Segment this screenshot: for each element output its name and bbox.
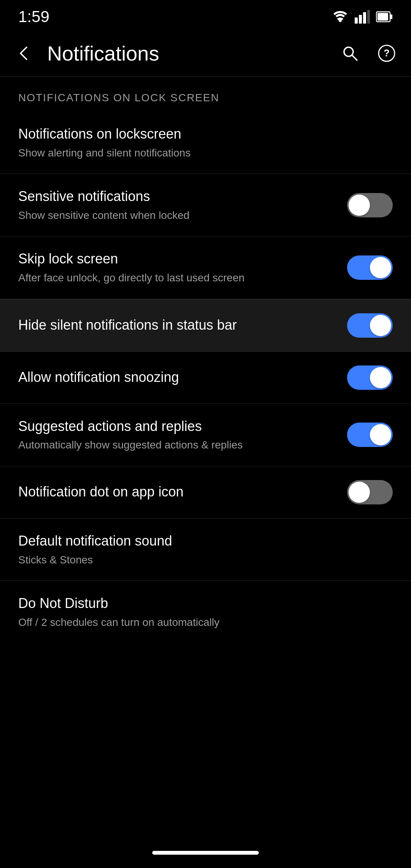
default-notification-sound-title: Default notification sound [18,532,381,550]
hide-silent-notifications-title: Hide silent notifications in status bar [18,316,335,334]
skip-lock-screen-toggle-thumb [370,257,391,278]
toolbar: Notifications ? [0,30,411,76]
skip-lock-screen-toggle[interactable] [347,255,393,280]
nav-bar [0,838,411,868]
status-bar: 1:59 [0,0,411,30]
allow-notification-snoozing-toggle-thumb [370,367,391,388]
svg-rect-1 [359,15,362,24]
lock-screen-section-header: NOTIFICATIONS ON LOCK SCREEN [0,77,411,112]
notification-dot-toggle[interactable] [347,480,393,504]
suggested-actions-control [347,423,393,447]
hide-silent-notifications-item[interactable]: Hide silent notifications in status bar [0,300,411,351]
sensitive-notifications-content: Sensitive notifications Show sensitive c… [18,188,347,222]
signal-icon [355,10,370,24]
status-time: 1:59 [18,8,49,26]
skip-lock-screen-subtitle: After face unlock, go directly to last u… [18,271,335,285]
sensitive-notifications-toggle-thumb [349,195,370,216]
sensitive-notifications-subtitle: Show sensitive content when locked [18,209,335,222]
hide-silent-notifications-toggle[interactable] [347,313,393,338]
svg-rect-0 [355,18,358,24]
suggested-actions-subtitle: Automatically show suggested actions & r… [18,438,335,452]
suggested-actions-content: Suggested actions and replies Automatica… [18,418,347,452]
notifications-on-lockscreen-subtitle: Show alerting and silent notifications [18,146,381,160]
suggested-actions-title: Suggested actions and replies [18,418,335,436]
sensitive-notifications-control [347,193,393,217]
notification-dot-toggle-thumb [349,482,370,503]
status-icons [332,10,393,24]
search-button[interactable] [336,40,364,67]
notifications-on-lockscreen-content: Notifications on lockscreen Show alertin… [18,125,393,160]
sensitive-notifications-title: Sensitive notifications [18,188,335,206]
sensitive-notifications-toggle[interactable] [347,193,393,217]
notifications-on-lockscreen-title: Notifications on lockscreen [18,125,381,143]
notifications-on-lockscreen-item[interactable]: Notifications on lockscreen Show alertin… [0,112,411,174]
battery-icon [376,10,393,24]
notification-dot-content: Notification dot on app icon [18,483,347,501]
allow-notification-snoozing-control [347,365,393,390]
svg-rect-3 [367,10,370,24]
skip-lock-screen-item[interactable]: Skip lock screen After face unlock, go d… [0,236,411,298]
suggested-actions-item[interactable]: Suggested actions and replies Automatica… [0,404,411,466]
hide-silent-notifications-control [347,313,393,338]
allow-notification-snoozing-item[interactable]: Allow notification snoozing [0,352,411,404]
suggested-actions-toggle[interactable] [347,423,393,447]
nav-indicator [152,851,259,855]
notification-dot-item[interactable]: Notification dot on app icon [0,466,411,518]
notification-dot-title: Notification dot on app icon [18,483,335,501]
allow-notification-snoozing-content: Allow notification snoozing [18,369,347,386]
help-button[interactable]: ? [373,40,400,67]
skip-lock-screen-content: Skip lock screen After face unlock, go d… [18,250,347,285]
skip-lock-screen-title: Skip lock screen [18,250,335,268]
allow-notification-snoozing-title: Allow notification snoozing [18,369,335,386]
svg-rect-5 [390,14,392,19]
hide-silent-notifications-content: Hide silent notifications in status bar [18,316,347,334]
sensitive-notifications-item[interactable]: Sensitive notifications Show sensitive c… [0,174,411,236]
do-not-disturb-content: Do Not Disturb Off / 2 schedules can tur… [18,595,393,629]
allow-notification-snoozing-toggle[interactable] [347,365,393,390]
default-notification-sound-subtitle: Sticks & Stones [18,553,381,567]
skip-lock-screen-control [347,255,393,280]
back-button[interactable] [11,40,38,67]
suggested-actions-toggle-thumb [370,424,391,445]
hide-silent-notifications-toggle-thumb [370,315,391,336]
svg-text:?: ? [384,47,390,59]
default-notification-sound-content: Default notification sound Sticks & Ston… [18,532,393,567]
do-not-disturb-subtitle: Off / 2 schedules can turn on automatica… [18,616,381,629]
svg-line-8 [352,55,357,60]
notification-dot-control [347,480,393,504]
wifi-icon [332,10,349,24]
svg-rect-6 [378,13,388,21]
svg-rect-2 [363,12,366,24]
do-not-disturb-item[interactable]: Do Not Disturb Off / 2 schedules can tur… [0,581,411,643]
default-notification-sound-item[interactable]: Default notification sound Sticks & Ston… [0,519,411,581]
do-not-disturb-title: Do Not Disturb [18,595,381,613]
page-title: Notifications [47,41,327,65]
